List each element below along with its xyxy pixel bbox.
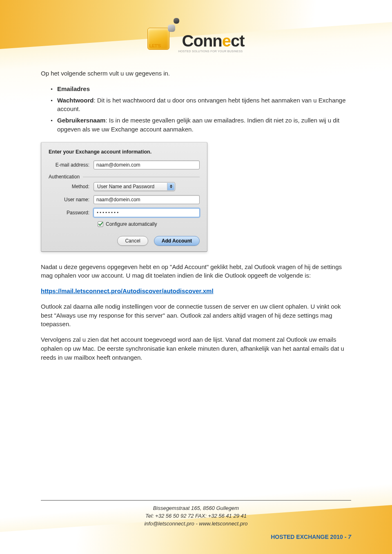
field-description-list: Emailadres Wachtwoord: Dit is het wachtw… [56, 85, 351, 134]
configure-automatically-checkbox[interactable] [98, 221, 103, 227]
autodiscover-link[interactable]: https://mail.letsconnect.pro/Autodiscove… [41, 287, 214, 294]
logo-square-mid-icon [168, 24, 175, 32]
email-field[interactable] [94, 160, 200, 169]
bullet-label: Wachtwoord [57, 97, 94, 104]
password-label: Password: [49, 210, 94, 216]
bullet-text: : Dit is het wachtwoord dat u door ons o… [57, 97, 346, 113]
method-label: Method: [49, 184, 94, 189]
logo: LET'S Connect HOSTED SOLUTIONS FOR YOUR … [41, 20, 351, 53]
paragraph-4: Vervolgens zal u zien dat het account to… [41, 335, 351, 362]
list-item: Emailadres [56, 85, 351, 93]
list-item: Wachtwoord: Dit is het wachtwoord dat u … [56, 96, 351, 114]
configure-automatically-label: Configure automatically [106, 221, 157, 227]
logo-square-top-icon [174, 18, 179, 24]
logo-wordmark: Connect [182, 33, 245, 49]
paragraph-after-dialog: Nadat u deze gegevens opgegeven hebt en … [41, 263, 351, 280]
username-label: User name: [49, 197, 94, 202]
add-account-button[interactable]: Add Account [154, 236, 200, 246]
footer-phone: Tel: +32 56 50 92 72 FAX: +32 56 41 29 4… [41, 512, 351, 520]
logo-lets: LET'S [149, 43, 160, 48]
authentication-legend: Authentication [49, 174, 83, 180]
password-field[interactable]: •••••••• [94, 208, 200, 217]
intro-paragraph: Op het volgende scherm vult u uw gegeven… [41, 69, 351, 78]
bullet-label: Emailadres [57, 85, 90, 92]
page-footer: Bissegemstraat 165, 8560 Gullegem Tel: +… [41, 500, 351, 540]
exchange-account-dialog: Enter your Exchange account information.… [41, 142, 207, 252]
bullet-label: Gebruikersnaam [57, 117, 105, 124]
paragraph-3: Outlook zal daarna alle nodig instelling… [41, 302, 351, 329]
email-label: E-mail address: [49, 162, 94, 168]
method-select[interactable]: User Name and Password [94, 182, 175, 191]
footer-address: Bissegemstraat 165, 8560 Gullegem [41, 505, 351, 512]
page-number: 7 [348, 534, 351, 540]
footer-divider [41, 500, 351, 501]
method-select-value: User Name and Password [97, 184, 154, 189]
footer-contact: info@letsconnect.pro - www.letsconnect.p… [41, 520, 351, 528]
list-item: Gebruikersnaam: Is in de meeste gevallen… [56, 116, 351, 134]
select-stepper-icon [167, 183, 174, 190]
footer-doc-title: HOSTED EXCHANGE 2010 - 7 [41, 534, 351, 540]
page-content: LET'S Connect HOSTED SOLUTIONS FOR YOUR … [0, 0, 392, 554]
cancel-button[interactable]: Cancel [117, 236, 148, 246]
username-field[interactable] [94, 195, 200, 204]
dialog-title: Enter your Exchange account information. [49, 149, 200, 155]
checkmark-icon [98, 222, 103, 227]
authentication-group: Authentication Method: User Name and Pas… [49, 177, 200, 227]
